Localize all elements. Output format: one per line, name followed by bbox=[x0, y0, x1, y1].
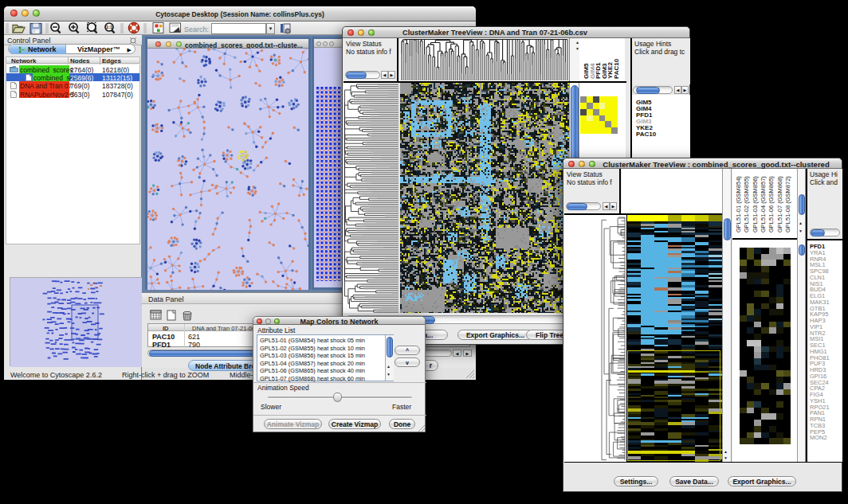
svg-text:1:1: 1:1 bbox=[106, 25, 112, 29]
